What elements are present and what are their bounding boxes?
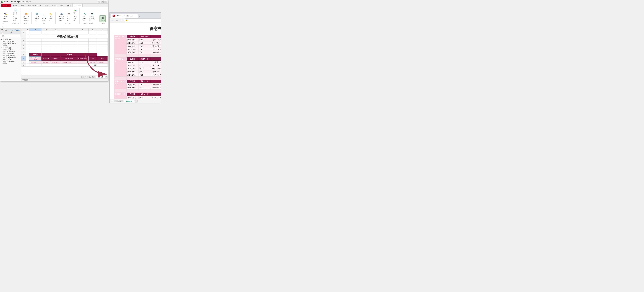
sheet-scroll-left[interactable]: ◄	[81, 76, 84, 78]
cell-a11[interactable]	[26, 64, 29, 66]
cell-e3[interactable]	[61, 39, 77, 41]
cell-e4[interactable]	[61, 42, 77, 44]
cell-c5[interactable]	[42, 45, 51, 47]
cell-g6[interactable]	[88, 47, 97, 50]
preview-button[interactable]: 👁️ プレビュー	[66, 12, 72, 22]
cell-f5[interactable]	[77, 45, 88, 47]
tree-node-customers-id[interactable]: ABC id	[3, 44, 20, 46]
cell-d4[interactable]	[51, 42, 61, 44]
cell-b9[interactable]: ≡ Customer Name	[29, 56, 42, 61]
new-tab-button[interactable]: +	[138, 15, 141, 18]
data-style-button[interactable]: 🎨 ガーティデータのスタイル	[23, 12, 30, 22]
cell-d1[interactable]	[51, 31, 61, 34]
tree-node-productname[interactable]: ABC ProductName	[3, 55, 20, 57]
cell-f6[interactable]	[77, 47, 88, 50]
cell-b7[interactable]	[29, 50, 42, 53]
cell-d9[interactable]: ≡ OrderNum	[51, 56, 61, 61]
col-header-e[interactable]: E	[61, 29, 77, 31]
cell-e6[interactable]	[61, 47, 77, 50]
tree-node-orders-customerid[interactable]: ABC CustomerID	[3, 53, 20, 55]
tree-node-customername[interactable]: ABC CustomerName	[3, 42, 20, 44]
cell-e7[interactable]	[61, 50, 77, 53]
layout-button[interactable]: 📐 レイアウト設定	[48, 12, 54, 22]
cell-d11[interactable]	[51, 64, 61, 66]
forward-button[interactable]: →	[115, 19, 119, 22]
cell-c1[interactable]	[42, 31, 51, 34]
cell-a9[interactable]	[26, 56, 29, 61]
cell-b4[interactable]	[29, 42, 42, 44]
cell-g9[interactable]: 単価	[88, 56, 97, 61]
cell-i9[interactable]: 小計	[108, 56, 108, 61]
cell-f3[interactable]	[77, 39, 88, 41]
cell-a4[interactable]	[26, 42, 29, 44]
cell-i11[interactable]: SUM(I10)	[108, 64, 108, 66]
data-ops-button[interactable]: ⚙️ データ操作設定	[34, 12, 40, 22]
designer-tab-sheet1[interactable]: Sheet1	[87, 76, 96, 78]
col-header-d[interactable]: D	[51, 29, 61, 31]
tree-node-unitprice[interactable]: ABC UnitPrice	[3, 58, 20, 60]
print-all-button[interactable]: 🖨️ すべてのページを印刷	[58, 12, 66, 22]
cell-g5[interactable]	[88, 45, 97, 47]
browser-tab-sheet1[interactable]: Sheet1	[114, 100, 123, 102]
cell-g3[interactable]	[88, 39, 97, 41]
cell-b11[interactable]	[29, 64, 42, 66]
minimize-btn[interactable]: −	[98, 1, 100, 3]
cell-g4[interactable]	[88, 42, 97, 44]
col-header-i[interactable]: I	[108, 29, 108, 31]
cell-h1[interactable]	[97, 31, 108, 34]
cell-g11[interactable]: 合計	[88, 64, 97, 66]
browser-active-tab[interactable]: S レポートシートサンプル ×	[111, 14, 138, 18]
tree-node-unitsonorder[interactable]: ABC UnitsOnOrder	[3, 60, 20, 62]
cell-c7[interactable]	[42, 50, 51, 53]
cell-b3[interactable]	[29, 39, 42, 41]
browser-add-sheet-button[interactable]: +	[135, 100, 138, 102]
add-table-button[interactable]: + テーブルの追加	[10, 29, 20, 33]
tab-file[interactable]: ファイル	[1, 4, 11, 7]
cell-a6[interactable]	[26, 47, 29, 50]
tab-data[interactable]: データ	[50, 4, 58, 7]
cell-c4[interactable]	[42, 42, 51, 44]
cell-h11[interactable]	[97, 64, 108, 66]
template-import-button[interactable]: 📄 テンプレートをインポート	[12, 8, 19, 22]
cell-h9[interactable]: 数量	[97, 56, 108, 61]
tab-design[interactable]: デザイン	[72, 4, 82, 7]
cell-reference-box[interactable]: B9	[1, 26, 10, 28]
col-header-b[interactable]: B	[29, 29, 42, 31]
cell-d7[interactable]	[51, 50, 61, 53]
cell-f1[interactable]	[77, 31, 88, 34]
browser-tab-report1[interactable]: Report1	[124, 100, 134, 102]
cell-f9[interactable]: ≡ QuantityPerUnit	[77, 56, 88, 61]
cell-i6[interactable]	[108, 47, 108, 50]
cell-b5[interactable]	[29, 45, 42, 47]
cell-i7[interactable]	[108, 50, 108, 53]
cell-g7[interactable]	[88, 50, 97, 53]
datasource-search-input[interactable]	[1, 35, 20, 37]
col-header-h[interactable]: H	[97, 29, 108, 31]
cell-f11[interactable]	[77, 64, 88, 66]
tab-insert[interactable]: 挿入	[20, 4, 26, 7]
cell-c10[interactable]: ≡ OrderNum	[42, 61, 51, 64]
tree-node-ordernumber[interactable]: ABC OrderNumber	[3, 51, 20, 53]
add-sheet-button[interactable]: +	[105, 76, 108, 78]
designer-tab-report1[interactable]: Report1	[96, 76, 105, 78]
params-button[interactable]: 🔧 パラメータ	[82, 12, 88, 22]
refresh-button[interactable]: ↻	[120, 19, 123, 22]
cell-i4[interactable]	[108, 42, 108, 44]
sheet-scroll-right[interactable]: ►	[84, 76, 86, 78]
cell-h7[interactable]	[97, 50, 108, 53]
tab-formula[interactable]: 数式	[43, 4, 50, 7]
tab-view[interactable]: 表示	[58, 4, 66, 7]
tree-node-orderdate[interactable]: ABC OrderDate	[3, 49, 20, 51]
cell-c6[interactable]	[42, 47, 51, 50]
cell-a5[interactable]	[26, 45, 29, 47]
cell-f7[interactable]	[77, 50, 88, 53]
cell-i10[interactable]: ≡ G10*H10	[108, 61, 108, 64]
cell-c3[interactable]	[42, 39, 51, 41]
cell-g10[interactable]: ≡ UnitPrice	[88, 61, 97, 64]
cell-c9[interactable]: ≡ OrderDate	[42, 56, 51, 61]
cell-c8-merged[interactable]: 受注情報	[42, 53, 97, 56]
panel-button[interactable]: ▦ パネル	[100, 16, 106, 22]
cell-a2[interactable]	[26, 34, 29, 39]
tree-node-customerid[interactable]: ABC CustomerID	[3, 40, 20, 42]
cell-d10[interactable]: ≡ ProductName	[51, 61, 61, 64]
